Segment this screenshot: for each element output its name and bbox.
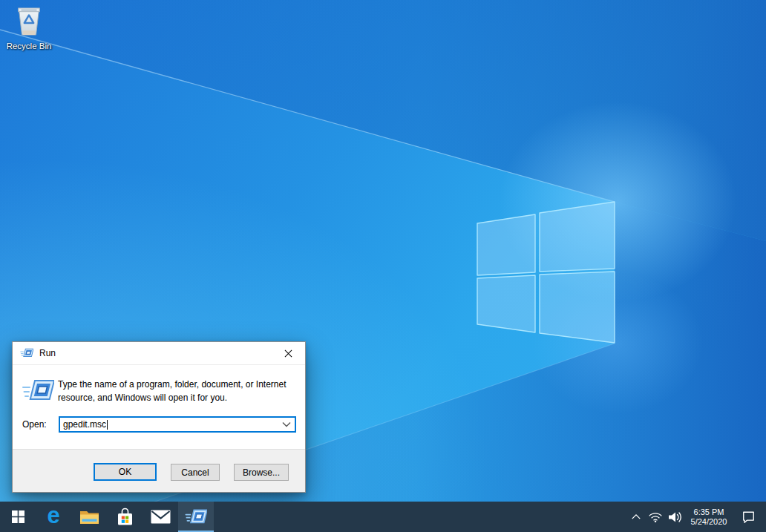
chevron-down-icon: [282, 421, 291, 427]
cancel-button[interactable]: Cancel: [171, 464, 220, 481]
action-center-button[interactable]: [733, 502, 763, 532]
file-explorer-icon: [79, 509, 99, 525]
close-button[interactable]: [272, 342, 305, 364]
wifi-icon: [648, 511, 663, 523]
taskbar-app-edge[interactable]: e: [36, 502, 71, 532]
action-center-icon: [742, 510, 756, 524]
run-icon: [20, 348, 33, 358]
recycle-bin-label: Recycle Bin: [7, 42, 52, 51]
run-dialog-window: Run Type the name of a program, folder, …: [12, 341, 306, 493]
edge-icon: e: [47, 504, 59, 527]
taskbar-app-run[interactable]: [178, 502, 214, 532]
clock-date: 5/24/2020: [691, 517, 727, 527]
taskbar-clock[interactable]: 6:35 PM 5/24/2020: [684, 502, 733, 532]
run-icon: [185, 508, 207, 526]
recycle-bin-icon: [15, 4, 43, 39]
browse-button[interactable]: Browse...: [234, 464, 289, 481]
open-input[interactable]: gpedit.msc: [59, 416, 296, 433]
tray-network-button[interactable]: [646, 502, 665, 532]
run-dialog-description: Type the name of a program, folder, docu…: [58, 378, 297, 404]
open-input-value: gpedit.msc: [63, 419, 106, 430]
start-button[interactable]: [0, 502, 36, 532]
windows-start-icon: [12, 510, 24, 523]
run-dialog-title: Run: [39, 348, 56, 358]
close-icon: [284, 349, 292, 358]
open-label: Open:: [22, 419, 59, 430]
taskbar-app-mail[interactable]: [143, 502, 178, 532]
clock-time: 6:35 PM: [694, 508, 724, 517]
speaker-icon: [668, 511, 682, 523]
taskbar-app-store[interactable]: [107, 502, 143, 532]
taskbar: e: [0, 502, 766, 532]
store-icon: [116, 508, 134, 527]
chevron-up-icon: [631, 513, 641, 520]
combobox-dropdown-button[interactable]: [278, 421, 295, 427]
tray-volume-button[interactable]: [665, 502, 684, 532]
tray-chevron-button[interactable]: [626, 502, 646, 532]
run-icon: [22, 378, 54, 404]
system-tray: 6:35 PM 5/24/2020: [626, 502, 766, 532]
run-dialog-titlebar[interactable]: Run: [13, 342, 305, 365]
run-dialog-footer: OK Cancel Browse...: [13, 449, 305, 492]
recycle-bin-shortcut[interactable]: Recycle Bin: [4, 4, 53, 52]
ok-button[interactable]: OK: [94, 463, 157, 481]
open-row: Open: gpedit.msc: [22, 416, 296, 433]
text-caret: [107, 420, 108, 430]
taskbar-app-file-explorer[interactable]: [71, 502, 107, 532]
mail-icon: [151, 510, 171, 524]
run-dialog-body: Type the name of a program, folder, docu…: [13, 365, 305, 449]
